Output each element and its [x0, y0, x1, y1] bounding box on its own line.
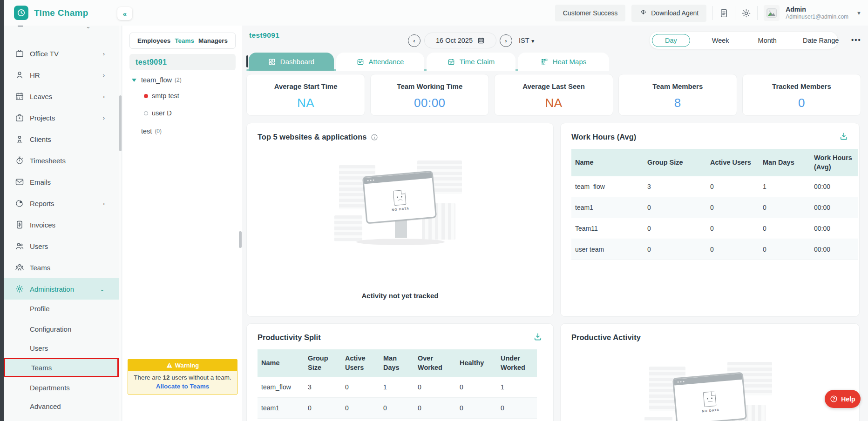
dashboard-main: test9091 ‹ 16 Oct 2025 › IST▾ Day Week M…: [242, 26, 868, 421]
more-options-button[interactable]: •••: [851, 36, 861, 44]
tab-attendance[interactable]: Attendance: [336, 53, 424, 71]
sidebar-item-office-tv[interactable]: Office TV›: [4, 43, 119, 64]
date-picker[interactable]: 16 Oct 2025: [424, 33, 496, 48]
no-data-label: NO DATA: [392, 207, 409, 211]
divider: [757, 6, 758, 20]
sidebar-subitem-profile[interactable]: Profile: [4, 299, 119, 318]
sidebar-subitem-teams[interactable]: Teams: [4, 358, 119, 377]
top5-websites-panel: Top 5 websites & applications NO DATA Ac…: [246, 123, 554, 317]
divider: [735, 6, 735, 20]
range-week[interactable]: Week: [702, 34, 739, 47]
range-month[interactable]: Month: [748, 34, 787, 47]
brand-logo[interactable]: Time Champ: [14, 6, 88, 20]
allocate-to-teams-link[interactable]: Allocate to Teams: [130, 383, 235, 390]
no-data-illustration: NO DATA: [641, 362, 780, 421]
timezone-select[interactable]: IST▾: [519, 37, 534, 44]
sidebar-nav: ⌄ Office TV› HR› Leaves› Projects› Clien…: [4, 26, 119, 421]
chevron-right-icon: ›: [103, 114, 105, 121]
sidebar-item-hr[interactable]: HR›: [4, 64, 119, 86]
sidebar-item-teams[interactable]: Teams: [4, 257, 119, 278]
person-icon: [15, 70, 24, 80]
tab-heat-maps[interactable]: Heat Maps: [518, 53, 609, 71]
tab-managers[interactable]: Managers: [198, 37, 228, 44]
sad-document-icon: [393, 189, 407, 205]
calendar-icon: [357, 58, 364, 66]
sidebar-scrollbar[interactable]: [119, 26, 122, 421]
neutral-status-dot: [144, 111, 148, 115]
no-data-illustration: NO DATA: [331, 160, 470, 258]
tree-item-team-flow[interactable]: team_flow (2): [122, 74, 242, 87]
stat-team-working-time: Team Working Time 00:00: [370, 74, 489, 116]
chevron-right-icon: ›: [103, 72, 105, 79]
user-menu-caret-icon[interactable]: ▼: [856, 10, 861, 16]
team-group-icon: [15, 263, 24, 272]
sidebar-item-timesheets[interactable]: Timesheets: [4, 150, 119, 171]
sidebar-subitem-advanced[interactable]: Advanced: [4, 396, 119, 416]
chevron-right-icon: ›: [103, 50, 105, 57]
sidebar-subitem-configuration[interactable]: Configuration: [4, 319, 119, 339]
user-info[interactable]: Admin Adminuser1@admin.com: [786, 6, 848, 21]
download-icon[interactable]: [839, 132, 848, 141]
tree-item-smtp-test[interactable]: smtp test: [122, 89, 242, 102]
customer-success-button[interactable]: Customer Success: [555, 5, 625, 21]
sidebar-collapse-button[interactable]: «: [117, 7, 132, 20]
stat-tracked-members: Tracked Members 0: [742, 74, 861, 116]
entity-tab-group: Employees Teams Managers: [129, 33, 236, 49]
sidebar-item-leaves[interactable]: Leaves›: [4, 86, 119, 107]
range-date-range[interactable]: Date Range: [793, 34, 848, 47]
sidebar-subitem-users[interactable]: Users: [4, 338, 119, 358]
warning-triangle-icon: [166, 362, 172, 368]
tab-employees[interactable]: Employees: [137, 37, 170, 44]
range-day[interactable]: Day: [652, 34, 690, 47]
panel-scrollbar-thumb[interactable]: [239, 231, 242, 248]
member-count: (0): [155, 128, 162, 134]
work-hours-table: Name Group Size Active Users Man Days Wo…: [571, 149, 858, 260]
pie-chart-icon: [15, 199, 24, 208]
grid-icon: [268, 58, 276, 66]
help-button[interactable]: Help: [825, 390, 861, 408]
warning-title: Warning: [175, 362, 199, 369]
sidebar-subitem-departments[interactable]: Departments: [4, 378, 119, 397]
user-name: Admin: [786, 6, 848, 14]
chevron-right-icon: ›: [103, 93, 105, 100]
divider: [712, 6, 713, 20]
sidebar-item-clients[interactable]: Clients: [4, 128, 119, 150]
sidebar-item-emails[interactable]: Emails: [4, 171, 119, 193]
tab-time-claim[interactable]: Time Claim: [427, 53, 515, 71]
sidebar-item-reports[interactable]: Reports›: [4, 193, 119, 214]
work-hours-panel: Work Hours (Avg) Name Group Size Active …: [560, 123, 860, 317]
tab-dashboard[interactable]: Dashboard: [249, 53, 334, 71]
productive-activity-panel: Productive Activity NO DATA: [560, 323, 860, 421]
download-circle-icon: [639, 9, 647, 17]
tree-item-test[interactable]: test (0): [122, 125, 242, 138]
download-agent-button[interactable]: Download Agent: [631, 5, 706, 22]
table-row: user team00000:00: [571, 239, 858, 260]
settings-gear-icon[interactable]: [741, 8, 751, 18]
window-edge: [0, 0, 4, 421]
user-avatar[interactable]: [764, 5, 780, 21]
download-icon[interactable]: [533, 332, 542, 341]
prev-date-button[interactable]: ‹: [408, 34, 420, 47]
selected-team-header[interactable]: test9091: [129, 54, 236, 70]
no-data-label: NO DATA: [702, 408, 719, 413]
sidebar-item-administration[interactable]: Administration⌄: [4, 278, 119, 300]
sidebar-item-users[interactable]: Users: [4, 235, 119, 257]
next-date-button[interactable]: ›: [500, 34, 512, 47]
expand-triangle-icon[interactable]: [132, 79, 136, 82]
empty-state-text: Activity not yet tracked: [247, 292, 553, 300]
tab-teams[interactable]: Teams: [175, 37, 194, 44]
page-title[interactable]: test9091: [249, 31, 279, 40]
dash-icon: [18, 26, 23, 27]
heatmap-icon: [541, 58, 548, 66]
sidebar-item-invoices[interactable]: Invoices: [4, 214, 119, 235]
sidebar-item-projects[interactable]: Projects›: [4, 107, 119, 128]
sidebar-item-partial[interactable]: ⌄: [4, 26, 119, 34]
tree-item-user-d[interactable]: user D: [122, 107, 242, 120]
sidebar-scrollbar-thumb[interactable]: [119, 95, 122, 151]
gear-icon: [15, 284, 24, 294]
stat-average-start-time: Average Start Time NA: [246, 74, 365, 116]
document-icon[interactable]: [719, 8, 729, 18]
calendar-icon: [15, 92, 24, 101]
info-icon[interactable]: [371, 134, 378, 141]
chevron-down-icon: ⌄: [86, 26, 91, 30]
